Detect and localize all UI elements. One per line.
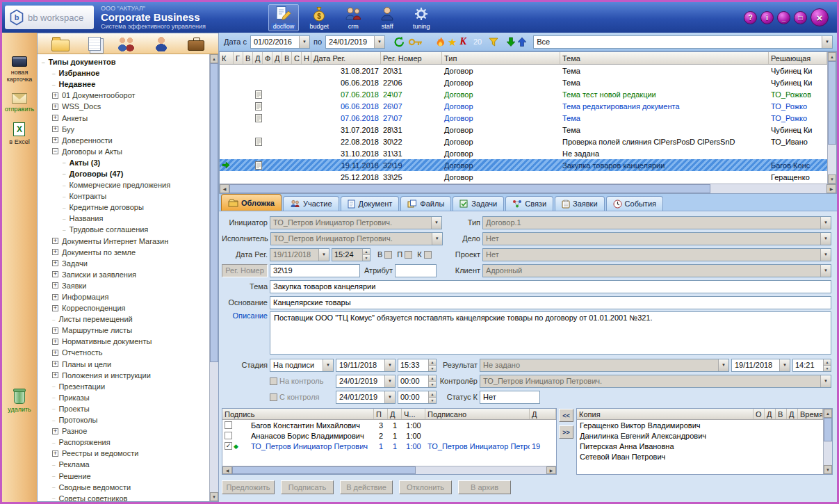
send-button[interactable]: отправить [5,93,34,113]
briefcase-icon[interactable] [188,40,204,51]
regtime-input[interactable]: 15:24▲▼ [332,248,370,261]
time-stepper[interactable]: ▲▼ [428,391,436,403]
expand-icon[interactable]: + [52,327,58,334]
k-icon[interactable]: К [459,36,466,47]
scroll-thumb[interactable] [828,61,836,145]
doc-icon-col-header[interactable]: В [282,52,292,64]
step-down-icon[interactable]: ▼ [429,397,436,403]
subject-input[interactable]: Закупка товаров канцелярии [270,280,831,293]
expand-icon[interactable]: + [52,249,58,255]
table-row[interactable]: 06.06.201822\06ДоговорТемаЧубинец Ки [220,76,827,88]
refresh-icon[interactable] [393,36,405,48]
doc-icon-col-header[interactable]: В [243,52,253,64]
tree-item[interactable]: +01 Документооборот [39,90,209,101]
chevron-down-icon[interactable]: ▼ [820,249,831,261]
fire-icon[interactable] [437,37,445,47]
scroll-thumb[interactable] [824,418,832,441]
tree-item[interactable]: +Доверенности [39,135,209,146]
scroll-thumb[interactable] [232,466,416,474]
expand-icon[interactable]: + [52,92,58,99]
scroll-up-icon[interactable]: ▲ [824,409,832,418]
propose-button[interactable]: Предложить [222,480,275,494]
expand-icon[interactable]: + [52,115,58,121]
expand-icon[interactable]: + [52,137,58,143]
tree-item[interactable]: ‒Кредитные договоры [39,202,209,213]
copy-col-header[interactable]: О [754,409,765,419]
chevron-down-icon[interactable]: ▼ [323,359,333,371]
expand-icon[interactable]: + [52,126,58,132]
tree-item[interactable]: +Записки и заявления [39,269,209,280]
notes-icon[interactable] [88,37,101,51]
table-hscrollbar[interactable]: ◀ ▶ [220,184,836,193]
initiator-select[interactable]: ТО_Петров Инициатор Петрович.▼ [270,216,442,229]
stage-select[interactable]: На подписи▼ [270,359,334,372]
copy-row[interactable]: Сетевой Иван Петрович [577,451,823,462]
expand-icon[interactable]: + [52,271,58,277]
step-up-icon[interactable]: ▲ [824,359,831,365]
executor-select[interactable]: ТО_Петров Инициатор Петрович.▼ [270,232,443,245]
tab-files[interactable]: Файлы [400,196,451,211]
tab-tasks[interactable]: Задачи [453,196,504,211]
collapse-icon[interactable]: − [52,148,58,154]
offcontrol-date-input[interactable]: 24/01/2019▼ [336,391,396,404]
offcontrol-checkbox[interactable] [270,393,277,401]
signature-row[interactable]: Ананасов Борис Владимирович211:00 [222,430,556,441]
expand-icon[interactable]: + [52,305,58,311]
scroll-track[interactable] [824,441,832,465]
tree-scrollbar[interactable]: ▲ ▼ [209,54,218,501]
key-icon[interactable] [408,38,423,47]
doc-icon-col-header[interactable]: Ф [263,52,272,64]
doc-col-header[interactable]: Тема [560,52,769,64]
tree-item[interactable]: ‒Акты (3) [39,157,209,168]
case-select[interactable]: Нет▼ [482,232,831,245]
minimize-button[interactable]: _ [777,11,790,24]
tree-item[interactable]: ‒Трудовые соглашения [39,224,209,235]
result-date-input[interactable]: 19/11/2018▼ [731,359,790,372]
tree-item[interactable]: ‒Недавнее [39,79,209,90]
signature-row[interactable]: Багов Константин Михайлович311:00 [222,420,556,430]
tree-item[interactable]: +Разное [39,425,209,437]
tree-item[interactable]: +Документы по земле [39,247,209,258]
info-button[interactable]: i [760,11,774,24]
chevron-down-icon[interactable]: ▼ [820,265,831,277]
tree-item[interactable]: ‒Проекты [39,403,209,414]
table-row[interactable]: 19.11.201832\19ДоговорЗакупка товаров ка… [220,159,827,171]
step-up-icon[interactable]: ▲ [429,359,436,365]
description-textarea[interactable]: Поставщик ООО "ТЦ Комус" обязуется поста… [270,311,831,355]
excel-button[interactable]: в Excel [9,122,29,145]
tab-cover[interactable]: Обложка [221,194,282,211]
result-select[interactable]: Не задано▼ [480,359,729,372]
copy-row[interactable]: Геращенко Виктор Владимирович [577,420,823,430]
table-row[interactable]: 07.06.201824\07ДоговорТема тест новой ре… [220,88,827,100]
table-row[interactable]: 06.06.201826\07ДоговорТема редактировани… [220,100,827,112]
chevron-down-icon[interactable]: ▼ [384,391,395,403]
flag-П-checkbox[interactable] [405,251,412,259]
basis-input[interactable]: Канцелярские товары [270,296,831,309]
expand-icon[interactable]: + [52,104,58,110]
controller-select[interactable]: ТО_Петров Инициатор Петрович.▼ [480,375,831,388]
table-row[interactable]: 31.07.201828\31ДоговорТемаЧубинец Ки [220,124,827,136]
doc-icon-col-header[interactable]: Н [302,52,311,64]
scroll-down-icon[interactable]: ▼ [824,465,832,474]
decline-button[interactable]: Отклонить [399,480,452,494]
scroll-track[interactable] [210,362,218,492]
scroll-track[interactable] [416,466,546,474]
tree-item[interactable]: ‒Избранное [39,67,209,79]
help-button[interactable]: ? [744,11,757,24]
tree-item[interactable]: −Договоры и Акты [39,146,209,157]
signature-header[interactable]: ПодписьПДЧ...ПодписаноД [222,409,556,420]
type-select[interactable]: Договор.1▼ [482,216,831,229]
regdate-input[interactable]: 19/11/2018▼ [270,248,329,261]
chevron-down-icon[interactable]: ▼ [820,233,831,245]
client-select[interactable]: Адронный▼ [482,264,831,277]
new-card-button[interactable]: новая карточка [3,56,35,83]
move-right-button[interactable]: >> [559,425,573,439]
date-from-input[interactable]: 01/02/2016▼ [250,35,310,49]
tree-item[interactable]: +Нормативные документы [39,336,209,347]
tab-events[interactable]: События [606,196,663,211]
filter-funnel-icon[interactable] [489,38,498,47]
tree-item[interactable]: ‒Листы перемещений [39,314,209,325]
signature-row[interactable]: ✓◆ТО_Петров Инициатор Петрович111:00ТО_П… [222,441,556,451]
chevron-down-icon[interactable]: ▼ [299,36,309,48]
step-down-icon[interactable]: ▼ [429,365,436,371]
